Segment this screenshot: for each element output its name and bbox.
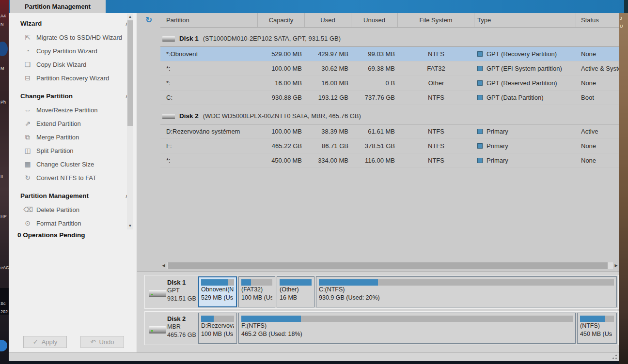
undo-arrow-icon: ↶	[91, 338, 96, 346]
scroll-left-icon[interactable]: ◀	[160, 262, 167, 270]
cell-used: 193.12 GB	[305, 94, 351, 101]
partition-row[interactable]: *: 450.00 MB 334.00 MB 116.00 MB NTFS Pr…	[160, 153, 619, 168]
block-size: 100 MB (Us	[201, 330, 234, 338]
disk-scheme: GPT	[167, 287, 196, 295]
sidebar-item-label: Delete Partition	[36, 206, 79, 213]
cell-type: GPT (Data Partition)	[474, 94, 576, 101]
cell-type: GPT (Recovery Partition)	[474, 50, 576, 58]
column-header-unused[interactable]: Unused	[351, 13, 398, 27]
disk-icon	[149, 290, 166, 296]
disk-name: Disk 2	[167, 315, 196, 323]
column-header-capacity[interactable]: Capacity	[258, 13, 305, 27]
disk-name: Disk 2	[179, 112, 199, 120]
partition-row[interactable]: *: 16.00 MB 16.00 MB 0 B Other GPT (Rese…	[160, 76, 619, 91]
tab-partition-management[interactable]: Partition Management	[10, 0, 106, 13]
column-header-file-system[interactable]: File System	[398, 13, 474, 27]
block-label: (FAT32)	[241, 286, 272, 294]
cell-status: None	[576, 79, 619, 87]
cell-status: Active & Syste	[576, 65, 619, 72]
partition-row[interactable]: D:Rezervováno systémem 100.00 MB 38.39 M…	[160, 124, 619, 139]
sidebar-item-label: Change Cluster Size	[36, 161, 94, 168]
cell-capacity: 450.00 MB	[258, 157, 305, 164]
column-header-status[interactable]: Status	[576, 13, 619, 27]
sidebar-item-convert-ntfs-fat[interactable]: ↻ Convert NTFS to FAT	[9, 171, 125, 184]
sidebar-item-label: Migrate OS to SSD/HD Wizard	[36, 34, 122, 41]
sidebar-item-move-resize[interactable]: ⇔ Move/Resize Partition	[9, 103, 125, 117]
sidebar-item-merge-partition[interactable]: ⧉ Merge Partition	[9, 130, 125, 144]
sidebar-item-format-partition[interactable]: ⊙ Format Partition	[9, 216, 125, 230]
desktop-icon-label: Sc	[0, 301, 6, 306]
sidebar-item-change-cluster-size[interactable]: ▦ Change Cluster Size	[9, 157, 125, 171]
refresh-icon[interactable]: ↻	[145, 15, 152, 25]
sidebar-section-wizard[interactable]: Wizard ∧	[20, 17, 133, 30]
block-label: (Other)	[280, 286, 312, 294]
column-header-used[interactable]: Used	[305, 13, 351, 27]
partition-type-icon	[477, 129, 483, 134]
desktop-bottom-strip	[9, 361, 628, 364]
apply-button-label: Apply	[42, 338, 58, 346]
scroll-down-icon[interactable]: ▼	[127, 223, 133, 229]
disk-map-area: Disk 1 GPT 931.51 GB Obnovení(N 529 MB (…	[137, 271, 619, 352]
block-label: F:(NTFS)	[241, 322, 573, 330]
desktop-icon-label: eAC	[0, 265, 9, 270]
sidebar-item-delete-partition[interactable]: ⌫ Delete Partition	[9, 203, 125, 216]
disk-size: 465.76 GB	[167, 331, 196, 339]
column-header-type[interactable]: Type	[474, 13, 576, 27]
cell-type: Primary	[474, 128, 576, 135]
partition-block[interactable]: C:(NTFS) 930.9 GB (Used: 20%)	[316, 276, 617, 307]
partition-block[interactable]: F:(NTFS) 465.2 GB (Used: 18%)	[238, 313, 576, 344]
cell-partition: F:	[160, 142, 258, 150]
partition-block[interactable]: D:Rezervová 100 MB (Us	[198, 313, 237, 344]
app-window: Partition Management Wizard ∧ ⇱ Migrate …	[0, 0, 628, 364]
block-size: 529 MB (Us	[201, 294, 234, 302]
partition-row[interactable]: F: 465.22 GB 86.71 GB 378.51 GB NTFS Pri…	[160, 139, 619, 153]
desktop-left-strip: A4 N M Ph II HP eAC Sc 202	[0, 0, 9, 364]
scroll-up-icon[interactable]: ▲	[127, 14, 133, 20]
undo-button[interactable]: ↶ Undo	[80, 336, 124, 348]
apply-button[interactable]: ✓ Apply	[23, 336, 67, 348]
cell-capacity: 16.00 MB	[258, 79, 305, 87]
sidebar-item-migrate-os[interactable]: ⇱ Migrate OS to SSD/HD Wizard	[9, 30, 125, 44]
partition-type-icon	[477, 66, 483, 71]
sidebar-item-label: Extend Partition	[36, 120, 81, 127]
partition-row[interactable]: *:Obnovení 529.00 MB 429.97 MB 99.03 MB …	[160, 47, 619, 61]
cell-partition: D:Rezervováno systémem	[160, 128, 258, 135]
desktop-icon-label: J	[620, 16, 622, 21]
sidebar-item-label: Merge Partition	[36, 134, 79, 141]
cell-partition: *:	[160, 79, 258, 87]
scrollbar-thumb[interactable]	[127, 20, 133, 126]
cell-capacity: 465.22 GB	[258, 142, 305, 150]
sidebar-section-change-partition[interactable]: Change Partition ∧	[20, 90, 133, 103]
disk1-map-panel: Disk 1 GPT 931.51 GB Obnovení(N 529 MB (…	[144, 275, 619, 309]
sidebar-item-copy-partition[interactable]: ◔ Copy Partition Wizard	[9, 44, 125, 58]
partition-row[interactable]: *: 100.00 MB 30.62 MB 69.38 MB FAT32 GPT…	[160, 61, 619, 76]
cell-capacity: 529.00 MB	[258, 50, 305, 58]
resize-grip[interactable]	[612, 354, 617, 360]
desktop-icon-label: U	[620, 24, 623, 29]
disk1-group-row[interactable]: Disk 1 (ST1000DM010-2EP102 SATA, GPT, 93…	[160, 30, 619, 47]
partition-block[interactable]: (FAT32) 100 MB (Us	[238, 276, 275, 307]
section-title: Change Partition	[20, 92, 73, 100]
sidebar-item-extend-partition[interactable]: ⇗ Extend Partition	[9, 117, 125, 130]
usage-bar	[319, 279, 614, 286]
sidebar-item-partition-recovery[interactable]: ⊟ Partition Recovery Wizard	[9, 71, 125, 85]
sidebar-item-label: Format Partition	[36, 220, 81, 227]
partition-block[interactable]: (NTFS) 450 MB (Us	[577, 313, 617, 344]
cell-partition: *:	[160, 157, 258, 164]
disk2-group-row[interactable]: Disk 2 (WDC WD5000LPLX-00ZNTT0 SATA, MBR…	[160, 108, 619, 124]
usage-bar	[280, 279, 312, 286]
cell-unused: 378.51 GB	[351, 142, 398, 150]
disk-scheme: MBR	[167, 323, 196, 331]
sidebar-item-copy-disk[interactable]: ❏ Copy Disk Wizard	[9, 58, 125, 71]
partition-block[interactable]: Obnovení(N 529 MB (Us	[198, 276, 237, 307]
operations-pending-text: 0 Operations Pending	[17, 231, 137, 239]
column-header-partition[interactable]: Partition	[160, 13, 258, 27]
sidebar-section-partition-management[interactable]: Partition Management ∧	[20, 189, 133, 203]
scrollbar-thumb[interactable]	[168, 262, 608, 269]
titlebar-corner	[624, 0, 628, 13]
sidebar-item-split-partition[interactable]: ◫ Split Partition	[9, 144, 125, 157]
cell-used: 334.00 MB	[305, 157, 351, 164]
disk2-map-panel: Disk 2 MBR 465.76 GB D:Rezervová 100 MB …	[144, 311, 619, 345]
partition-block[interactable]: (Other) 16 MB	[277, 276, 314, 307]
partition-row[interactable]: C: 930.88 GB 193.12 GB 737.76 GB NTFS GP…	[160, 91, 619, 105]
